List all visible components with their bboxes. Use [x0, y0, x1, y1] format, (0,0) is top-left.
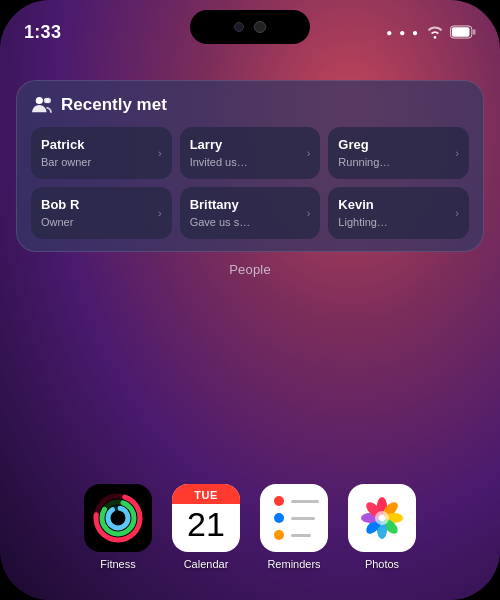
phone-frame: 1:33 ● ● ● — [0, 0, 500, 600]
person-card-larry[interactable]: Larry Invited us… › — [180, 127, 321, 179]
battery-icon — [450, 25, 476, 39]
person-name-brittany: Brittany — [190, 197, 303, 214]
dynamic-island — [190, 10, 310, 44]
calendar-app[interactable]: TUE 21 Calendar — [172, 484, 240, 570]
chevron-greg: › — [455, 147, 459, 159]
chevron-larry: › — [307, 147, 311, 159]
people-icon — [31, 96, 53, 114]
people-section-label: People — [16, 262, 484, 277]
svg-point-5 — [46, 98, 51, 103]
person-card-bob[interactable]: Bob R Owner › — [31, 187, 172, 239]
person-desc-kevin: Lighting… — [338, 215, 451, 229]
calendar-icon: TUE 21 — [172, 484, 240, 552]
recently-met-widget: Recently met Patrick Bar owner › Larry I… — [16, 80, 484, 252]
fitness-app[interactable]: Fitness — [84, 484, 152, 570]
face-id-dot — [254, 21, 266, 33]
time-display: 1:33 — [24, 22, 61, 43]
photos-label: Photos — [365, 558, 399, 570]
chevron-patrick: › — [158, 147, 162, 159]
wifi-icon — [426, 25, 444, 39]
person-name-bob: Bob R — [41, 197, 154, 214]
widget-area: Recently met Patrick Bar owner › Larry I… — [0, 64, 500, 277]
reminder-item-3 — [274, 530, 311, 540]
people-grid: Patrick Bar owner › Larry Invited us… › … — [31, 127, 469, 239]
person-card-brittany[interactable]: Brittany Gave us s… › — [180, 187, 321, 239]
calendar-label: Calendar — [184, 558, 229, 570]
person-name-kevin: Kevin — [338, 197, 451, 214]
person-name-greg: Greg — [338, 137, 451, 154]
person-desc-bob: Owner — [41, 215, 154, 229]
reminders-label: Reminders — [267, 558, 320, 570]
calendar-date: 21 — [187, 504, 225, 543]
svg-point-3 — [36, 97, 43, 104]
signal-icon: ● ● ● — [386, 27, 420, 38]
reminder-item-1 — [274, 496, 319, 506]
person-card-kevin[interactable]: Kevin Lighting… › — [328, 187, 469, 239]
person-card-patrick[interactable]: Patrick Bar owner › — [31, 127, 172, 179]
person-card-greg[interactable]: Greg Running… › — [328, 127, 469, 179]
person-desc-patrick: Bar owner — [41, 155, 154, 169]
widget-title: Recently met — [61, 95, 167, 115]
photos-flower-icon — [356, 492, 408, 544]
reminders-app[interactable]: Reminders — [260, 484, 328, 570]
person-desc-brittany: Gave us s… — [190, 215, 303, 229]
person-info-bob: Bob R Owner — [41, 197, 154, 229]
status-icons: ● ● ● — [386, 25, 476, 39]
camera-dot — [234, 22, 244, 32]
person-desc-larry: Invited us… — [190, 155, 303, 169]
fitness-icon — [84, 484, 152, 552]
widget-header: Recently met — [31, 95, 469, 115]
calendar-day: TUE — [172, 484, 240, 504]
person-info-kevin: Kevin Lighting… — [338, 197, 451, 229]
photos-icon — [348, 484, 416, 552]
app-row: Fitness TUE 21 Calendar — [0, 484, 500, 570]
person-info-brittany: Brittany Gave us s… — [190, 197, 303, 229]
status-bar: 1:33 ● ● ● — [0, 0, 500, 52]
svg-point-20 — [375, 511, 389, 525]
fitness-label: Fitness — [100, 558, 135, 570]
svg-rect-2 — [452, 27, 470, 36]
chevron-bob: › — [158, 207, 162, 219]
chevron-brittany: › — [307, 207, 311, 219]
svg-point-11 — [108, 508, 128, 528]
person-desc-greg: Running… — [338, 155, 451, 169]
photos-app[interactable]: Photos — [348, 484, 416, 570]
person-name-larry: Larry — [190, 137, 303, 154]
chevron-kevin: › — [455, 207, 459, 219]
person-info-patrick: Patrick Bar owner — [41, 137, 154, 169]
reminders-icon — [260, 484, 328, 552]
svg-rect-1 — [473, 29, 476, 35]
reminder-item-2 — [274, 513, 315, 523]
fitness-rings-icon — [91, 491, 145, 545]
person-name-patrick: Patrick — [41, 137, 154, 154]
person-info-greg: Greg Running… — [338, 137, 451, 169]
person-info-larry: Larry Invited us… — [190, 137, 303, 169]
